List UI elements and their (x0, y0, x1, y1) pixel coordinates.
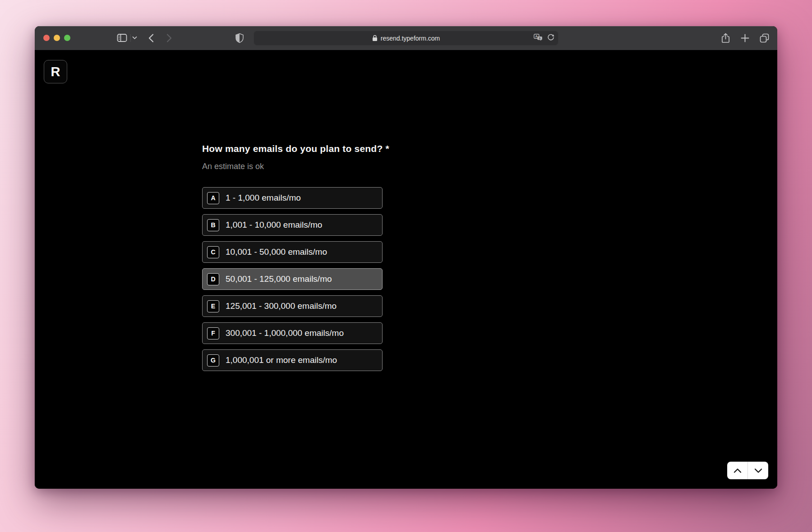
options-list: A 1 - 1,000 emails/mo B 1,001 - 10,000 e… (202, 187, 383, 376)
option-f[interactable]: F 300,001 - 1,000,000 emails/mo (202, 322, 383, 344)
plus-icon[interactable] (740, 33, 750, 43)
option-g[interactable]: G 1,000,001 or more emails/mo (202, 349, 383, 371)
form-navigation (727, 462, 768, 479)
shield-icon[interactable] (235, 33, 244, 43)
chevron-up-icon (734, 468, 742, 473)
chevron-down-icon[interactable] (132, 36, 137, 40)
question-subtitle: An estimate is ok (202, 162, 545, 171)
option-label: 300,001 - 1,000,000 emails/mo (226, 328, 344, 338)
key-hint: A (207, 192, 219, 204)
option-label: 125,001 - 300,000 emails/mo (226, 301, 337, 311)
key-hint: B (207, 219, 219, 231)
url-content: resend.typeform.com (372, 35, 440, 42)
next-question-button[interactable] (748, 462, 768, 479)
browser-toolbar: resend.typeform.com A S (35, 26, 777, 50)
minimize-button[interactable] (54, 35, 60, 41)
lock-icon (372, 35, 378, 41)
key-hint: F (207, 327, 219, 339)
traffic-lights (43, 35, 70, 41)
translate-icon[interactable]: A S (534, 34, 542, 43)
chevron-down-icon (754, 468, 762, 473)
option-label: 1 - 1,000 emails/mo (226, 193, 301, 203)
browser-window: resend.typeform.com A S (35, 26, 777, 489)
key-hint: E (207, 300, 219, 312)
option-label: 50,001 - 125,000 emails/mo (226, 274, 332, 284)
url-bar[interactable]: resend.typeform.com A S (254, 31, 558, 46)
previous-question-button[interactable] (727, 462, 748, 479)
option-c[interactable]: C 10,001 - 50,000 emails/mo (202, 241, 383, 263)
url-text: resend.typeform.com (381, 35, 440, 42)
reload-icon[interactable] (547, 33, 554, 43)
option-d[interactable]: D 50,001 - 125,000 emails/mo (202, 268, 383, 290)
question-title: How many emails do you plan to send? * (202, 143, 545, 154)
option-label: 1,000,001 or more emails/mo (226, 355, 337, 365)
key-hint: D (207, 273, 219, 285)
close-button[interactable] (43, 35, 50, 41)
key-hint: C (207, 246, 219, 258)
key-hint: G (207, 354, 219, 367)
toolbar-divider (130, 34, 131, 42)
option-b[interactable]: B 1,001 - 10,000 emails/mo (202, 214, 383, 236)
option-e[interactable]: E 125,001 - 300,000 emails/mo (202, 295, 383, 317)
option-label: 10,001 - 50,000 emails/mo (226, 247, 327, 257)
zoom-button[interactable] (64, 35, 70, 41)
back-icon[interactable] (148, 33, 154, 43)
option-a[interactable]: A 1 - 1,000 emails/mo (202, 187, 383, 209)
resend-logo: R (44, 60, 67, 83)
sidebar-icon[interactable] (117, 33, 127, 42)
share-icon[interactable] (720, 33, 730, 43)
option-label: 1,001 - 10,000 emails/mo (226, 220, 322, 230)
desktop: { "desktop": { "wallpaper_colors": ["#f9… (0, 0, 812, 532)
forward-icon[interactable] (166, 33, 172, 43)
svg-text:S: S (539, 37, 540, 40)
typeform-page: R How many emails do you plan to send? *… (35, 50, 777, 489)
tabs-icon[interactable] (759, 33, 769, 43)
